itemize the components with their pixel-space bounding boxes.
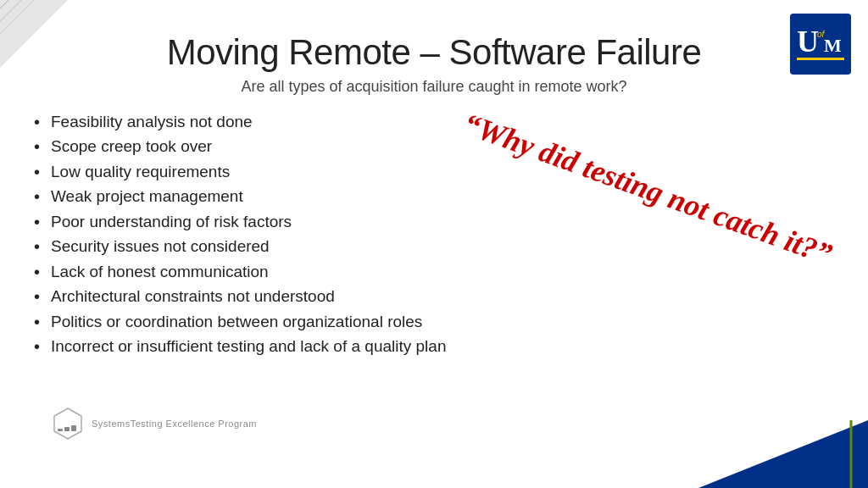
list-item: Poor understanding of risk factors bbox=[34, 209, 834, 234]
list-item: Low quality requirements bbox=[34, 159, 834, 184]
list-item: Security issues not considered bbox=[34, 234, 834, 258]
list-item: Architectural constraints not understood bbox=[34, 284, 834, 308]
list-item: Feasibility analysis not done bbox=[34, 109, 834, 134]
slide-content: Moving Remote – Software Failure Are all… bbox=[0, 0, 868, 488]
list-item: Weak project management bbox=[34, 184, 834, 208]
slide-title: Moving Remote – Software Failure bbox=[34, 32, 834, 73]
list-item: Scope creep took over bbox=[34, 134, 834, 158]
list-item: Lack of honest communication bbox=[34, 259, 834, 284]
slide-subtitle: Are all types of acquisition failure cau… bbox=[34, 78, 834, 96]
bullet-list: Feasibility analysis not done Scope cree… bbox=[34, 109, 834, 360]
list-item: Politics or coordination between organiz… bbox=[34, 309, 834, 334]
list-item: Incorrect or insufficient testing and la… bbox=[34, 334, 834, 358]
